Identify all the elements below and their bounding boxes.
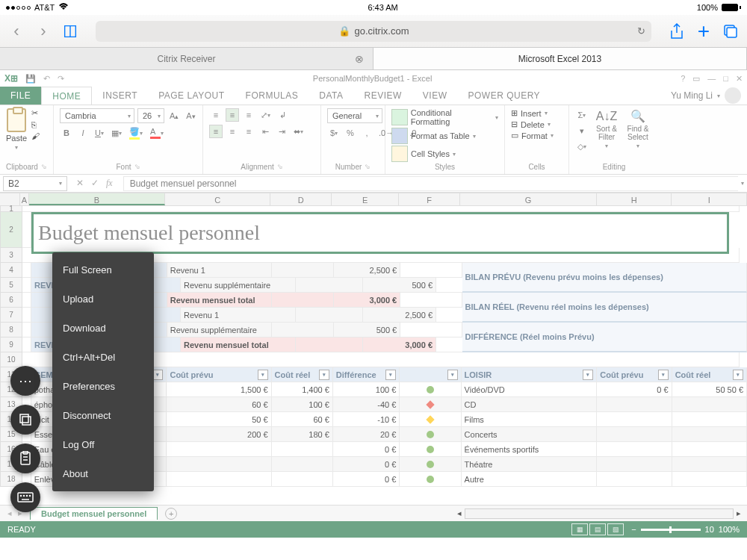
row-header-2[interactable]: 2 (0, 212, 22, 248)
paste-button[interactable]: Paste ▾ (6, 108, 27, 151)
back-button[interactable]: ‹ (6, 21, 27, 42)
wrap-text-icon[interactable]: ↲ (276, 108, 289, 122)
new-tab-button[interactable]: + (693, 21, 714, 42)
cell[interactable] (272, 323, 333, 337)
add-sheet-button[interactable]: + (165, 508, 177, 520)
conditional-formatting-button[interactable]: Conditional Formatting▾ (391, 108, 498, 126)
percent-icon[interactable]: % (344, 126, 357, 140)
redo-icon[interactable]: ↷ (58, 74, 64, 84)
bookmarks-button[interactable] (60, 21, 81, 42)
cell[interactable]: 500 € (334, 323, 401, 337)
cell[interactable] (400, 472, 461, 487)
row-header-4[interactable]: 4 (0, 263, 22, 278)
cell[interactable]: 20 € (333, 427, 400, 442)
cell[interactable]: ▾ (400, 367, 461, 382)
fill-icon[interactable]: ▾ (575, 124, 589, 137)
share-button[interactable] (666, 21, 687, 42)
cell[interactable] (22, 293, 31, 308)
cell[interactable] (22, 206, 740, 212)
cell[interactable]: 0 € (333, 442, 400, 457)
cell[interactable] (272, 472, 333, 487)
menu-ctrl-alt-del[interactable]: Ctrl+Alt+Del (52, 343, 154, 372)
menu-disconnect[interactable]: Disconnect (52, 401, 154, 430)
ribbon-options-icon[interactable]: ▭ (692, 74, 700, 84)
cell[interactable] (167, 442, 271, 457)
cell[interactable] (597, 457, 672, 472)
cell[interactable]: Revenu 1 (167, 263, 272, 278)
number-format-select[interactable]: General▾ (327, 108, 382, 123)
avatar[interactable] (725, 87, 741, 104)
cell[interactable] (400, 382, 461, 397)
cell[interactable] (400, 293, 462, 308)
cell[interactable]: 3,000 € (363, 337, 436, 352)
expand-formula-icon[interactable]: ▾ (738, 180, 747, 187)
cell[interactable]: CD (462, 397, 598, 412)
cell[interactable] (22, 212, 31, 248)
bold-button[interactable]: B (60, 126, 73, 140)
indent-dec-icon[interactable]: ⇤ (258, 125, 272, 138)
cell[interactable] (22, 337, 31, 352)
cell[interactable]: Théatre (462, 457, 598, 472)
merge-center-icon[interactable]: ⬌▾ (291, 125, 306, 138)
cell[interactable]: Revenu supplémentaire (181, 278, 296, 293)
address-bar[interactable]: 🔒 go.citrix.com ↻ (96, 21, 651, 42)
cell[interactable] (167, 457, 271, 472)
cell[interactable] (22, 263, 31, 278)
page-break-view-icon[interactable]: ▧ (607, 523, 624, 535)
cell[interactable] (400, 412, 461, 427)
close-tab-icon[interactable]: ⊗ (355, 53, 364, 65)
filter-icon[interactable]: ▾ (447, 370, 458, 380)
cell[interactable]: Revenu 1 (181, 308, 296, 323)
row-header-5[interactable]: 5 (0, 278, 22, 293)
cell[interactable]: Revenu mensuel total (167, 293, 272, 308)
tab-view[interactable]: VIEW (412, 87, 458, 105)
help-icon[interactable]: ? (681, 74, 685, 84)
formula-input[interactable]: Budget mensuel personnel (123, 176, 738, 191)
cell[interactable] (22, 278, 31, 293)
menu-log-off[interactable]: Log Off (52, 430, 154, 459)
tab-home[interactable]: HOME (41, 87, 92, 105)
cell[interactable]: 1,400 € (272, 382, 333, 397)
cell[interactable]: Coût réel▾ (272, 367, 333, 382)
cell[interactable]: Vidéo/DVD (462, 382, 598, 397)
tabs-button[interactable] (720, 21, 741, 42)
col-header-B[interactable]: B (29, 193, 166, 205)
undo-icon[interactable]: ↶ (43, 74, 50, 84)
cell[interactable]: 0 € (333, 472, 400, 487)
col-header-A[interactable]: A (20, 193, 28, 205)
cell[interactable] (597, 412, 672, 427)
cell[interactable] (400, 323, 462, 337)
menu-download[interactable]: Download (52, 314, 154, 343)
cell[interactable]: 200 € (167, 427, 271, 442)
zoom-slider[interactable] (641, 529, 701, 531)
font-color-button[interactable]: A▾ (148, 126, 166, 140)
scroll-left-icon[interactable]: ◂ (457, 508, 462, 518)
filter-icon[interactable]: ▾ (658, 370, 669, 380)
cell[interactable] (272, 263, 333, 278)
row-header-1[interactable]: 1 (0, 206, 22, 212)
col-header-G[interactable]: G (460, 193, 597, 205)
cell[interactable]: 50 50 € (672, 382, 747, 397)
cell[interactable]: 2,500 € (363, 308, 436, 323)
cell[interactable]: 180 € (272, 427, 333, 442)
cell[interactable]: LOISIR▾ (462, 367, 598, 382)
format-painter-icon[interactable]: 🖌 (31, 131, 40, 140)
cell[interactable] (400, 263, 462, 278)
row-header-6[interactable]: 6 (0, 293, 22, 308)
cell[interactable]: Événements sportifs (462, 442, 598, 457)
align-center-icon[interactable]: ≡ (226, 125, 239, 138)
filter-icon[interactable]: ▾ (258, 370, 268, 380)
cell[interactable] (296, 337, 363, 352)
sort-filter-button[interactable]: A↓ZSort & Filter▾ (593, 108, 620, 150)
shrink-font-icon[interactable]: A▾ (184, 109, 197, 122)
citrix-more-button[interactable]: ⋯ (10, 366, 40, 396)
enter-formula-icon[interactable]: ✓ (91, 178, 99, 189)
row-header-7[interactable]: 7 (0, 308, 22, 323)
select-all-corner[interactable] (0, 193, 20, 205)
cell[interactable] (272, 293, 333, 308)
align-top-icon[interactable]: ≡ (209, 108, 223, 122)
cell[interactable] (272, 442, 333, 457)
cell[interactable]: BILAN PRÉVU (Revenu prévu moins les dépe… (462, 263, 747, 293)
tab-excel[interactable]: Microsoft Excel 2013 (374, 48, 747, 69)
hscrollbar[interactable] (465, 508, 734, 519)
